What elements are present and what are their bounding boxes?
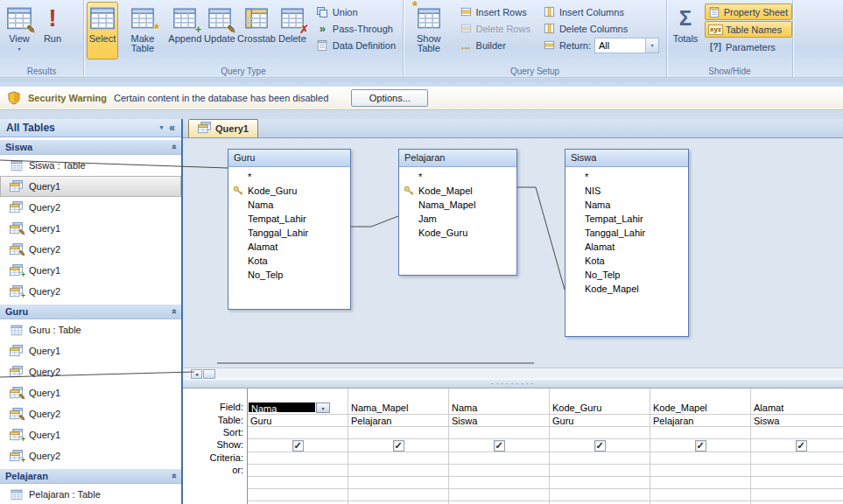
field-item-jam[interactable]: Jam <box>399 212 516 226</box>
splitter-grip[interactable]: ········· <box>491 382 536 386</box>
show-checkbox[interactable]: ✓ <box>796 440 807 452</box>
design-surface[interactable]: Guru*Kode_GuruNamaTempat_LahirTanggal_La… <box>183 138 843 368</box>
grid-cell-empty2-col2[interactable] <box>348 489 449 501</box>
grid-cell-sort-col1[interactable] <box>248 427 348 439</box>
show-checkbox[interactable]: ✓ <box>292 440 304 452</box>
grid-cell-empty2-col6[interactable] <box>751 489 843 501</box>
grid-cell-sort-col4[interactable] <box>550 427 650 439</box>
grid-cell-empty1-col4[interactable] <box>550 477 650 489</box>
nav-item-query2[interactable]: ✎Query2 <box>0 239 181 260</box>
pass-through-button[interactable]: » Pass-Through <box>312 20 400 37</box>
run-button[interactable]: ! Run <box>36 2 69 60</box>
field-cell-selected[interactable]: Nama <box>249 402 315 412</box>
grid-cell-blank-col1[interactable] <box>248 388 348 402</box>
view-dropdown-icon[interactable]: ▾ <box>18 46 20 52</box>
delete-columns-button[interactable]: Delete Columns <box>538 20 664 37</box>
make-table-button[interactable]: * Make Table <box>118 2 167 60</box>
field-item-no-telp[interactable]: No_Telp <box>228 268 350 282</box>
grid-cell-sort-col2[interactable] <box>348 427 449 439</box>
grid-cell-show-col1[interactable]: ✓ <box>248 439 348 452</box>
field-item-kode-guru[interactable]: Kode_Guru <box>399 226 516 240</box>
table-box-siswa[interactable]: Siswa*NISNamaTempat_LahirTanggal_LahirAl… <box>565 149 689 337</box>
field-item-nis[interactable]: NIS <box>566 184 688 198</box>
grid-cell-table-col2[interactable]: Pelajaran <box>348 415 449 427</box>
grid-cell-field-col1[interactable]: Nama▾ <box>248 402 348 415</box>
field-item-kode-guru[interactable]: Kode_Guru <box>228 184 350 198</box>
crosstab-button[interactable]: Crosstab <box>236 2 277 60</box>
scroll-thumb[interactable] <box>203 369 215 379</box>
grid-cell-or-col6[interactable] <box>751 465 843 477</box>
grid-cell-table-col4[interactable]: Guru <box>550 415 650 427</box>
table-box-pelajaran[interactable]: Pelajaran*Kode_MapelNama_MapelJamKode_Gu… <box>398 149 517 276</box>
nav-item-guru-table[interactable]: Guru : Table <box>0 319 181 340</box>
grid-cell-criteria-col2[interactable] <box>348 452 449 465</box>
view-button[interactable]: ✎ View ▾ <box>3 2 36 60</box>
delete-query-button[interactable]: ✗ Delete <box>277 2 308 60</box>
grid-cell-empty1-col3[interactable] <box>449 477 550 489</box>
show-checkbox[interactable]: ✓ <box>494 440 505 452</box>
field-item-tempat-lahir[interactable]: Tempat_Lahir <box>566 212 688 226</box>
insert-columns-button[interactable]: Insert Columns <box>538 4 664 20</box>
table-names-button[interactable]: xyz Table Names <box>705 21 792 38</box>
field-dropdown-button[interactable]: ▾ <box>316 402 330 413</box>
field-item-kode-mapel[interactable]: Kode_Mapel <box>566 282 688 296</box>
nav-item-siswa-table[interactable]: Siswa : Table <box>0 155 181 176</box>
nav-dropdown-icon[interactable]: ▾ <box>160 124 164 131</box>
grid-cell-table-col6[interactable]: Siswa <box>751 415 843 427</box>
grid-cell-show-col2[interactable]: ✓ <box>348 439 449 452</box>
tab-query1[interactable]: Query1 <box>188 119 258 137</box>
field-item-kode-mapel[interactable]: Kode_Mapel <box>399 184 516 198</box>
grid-cell-or-col5[interactable] <box>650 465 751 477</box>
nav-item-query1[interactable]: +Query1 <box>0 424 181 445</box>
grid-cell-or-col4[interactable] <box>550 465 650 477</box>
data-definition-button[interactable]: Data Definition <box>312 37 400 53</box>
builder-button[interactable]: … Builder <box>455 37 535 53</box>
collapse-group-icon[interactable]: » <box>168 144 179 150</box>
grid-cell-criteria-col1[interactable] <box>248 452 348 465</box>
nav-group-header-siswa[interactable]: Siswa» <box>0 139 181 155</box>
table-box-guru[interactable]: Guru*Kode_GuruNamaTempat_LahirTanggal_La… <box>228 149 351 310</box>
field-item-tanggal-lahir[interactable]: Tanggal_Lahir <box>228 226 350 240</box>
options-button[interactable]: Options... <box>351 89 428 107</box>
grid-cell-field-col2[interactable]: Nama_Mapel <box>348 402 449 415</box>
nav-pane-header[interactable]: All Tables ▾ « <box>0 119 181 137</box>
field-item-kota[interactable]: Kota <box>228 254 350 268</box>
field-item-tempat-lahir[interactable]: Tempat_Lahir <box>228 212 350 226</box>
nav-item-query1[interactable]: ✎Query1 <box>0 218 181 239</box>
update-button[interactable]: ✎ Update <box>203 2 236 60</box>
table-box-title[interactable]: Guru <box>228 150 350 167</box>
pane-splitter[interactable]: ········· <box>183 379 843 388</box>
grid-cell-criteria-col4[interactable] <box>550 452 650 465</box>
grid-cell-blank-col4[interactable] <box>550 388 650 402</box>
nav-item-query1[interactable]: +Query1 <box>0 260 181 281</box>
field-item-tanggal-lahir[interactable]: Tanggal_Lahir <box>566 226 688 240</box>
table-box-title[interactable]: Pelajaran <box>399 150 516 167</box>
append-button[interactable]: + Append <box>167 2 203 60</box>
field-item-nama-mapel[interactable]: Nama_Mapel <box>399 198 516 212</box>
grid-cell-blank-col5[interactable] <box>650 388 751 402</box>
grid-cell-criteria-col3[interactable] <box>449 452 550 465</box>
nav-item-pelajaran-table[interactable]: Pelajaran : Table <box>0 484 181 504</box>
show-checkbox[interactable]: ✓ <box>695 440 706 452</box>
grid-cell-table-col3[interactable]: Siswa <box>449 415 550 427</box>
grid-cell-empty1-col5[interactable] <box>650 477 751 489</box>
show-table-button[interactable]: * Show Table <box>406 2 452 60</box>
union-button[interactable]: Union <box>312 4 400 20</box>
grid-cell-criteria-col5[interactable] <box>650 452 751 465</box>
show-checkbox[interactable]: ✓ <box>594 440 606 452</box>
grid-cell-show-col5[interactable]: ✓ <box>650 439 751 452</box>
combo-dropdown-icon[interactable]: ▾ <box>645 38 658 52</box>
grid-cell-show-col6[interactable]: ✓ <box>751 439 843 452</box>
collapse-group-icon[interactable]: » <box>168 309 179 314</box>
nav-item-query2[interactable]: +Query2 <box>0 281 181 302</box>
grid-cell-or-col2[interactable] <box>348 465 449 477</box>
nav-item-query1[interactable]: Query1 <box>0 340 181 361</box>
shutter-collapse-icon[interactable]: « <box>166 122 178 134</box>
property-sheet-button[interactable]: Property Sheet <box>705 4 792 20</box>
grid-cell-blank-col3[interactable] <box>449 388 550 402</box>
show-checkbox[interactable]: ✓ <box>393 440 404 452</box>
insert-rows-button[interactable]: Insert Rows <box>455 4 535 20</box>
grid-cell-empty2-col4[interactable] <box>550 489 650 501</box>
field-item-alamat[interactable]: Alamat <box>566 240 688 254</box>
totals-button[interactable]: Σ Totals <box>670 2 701 60</box>
